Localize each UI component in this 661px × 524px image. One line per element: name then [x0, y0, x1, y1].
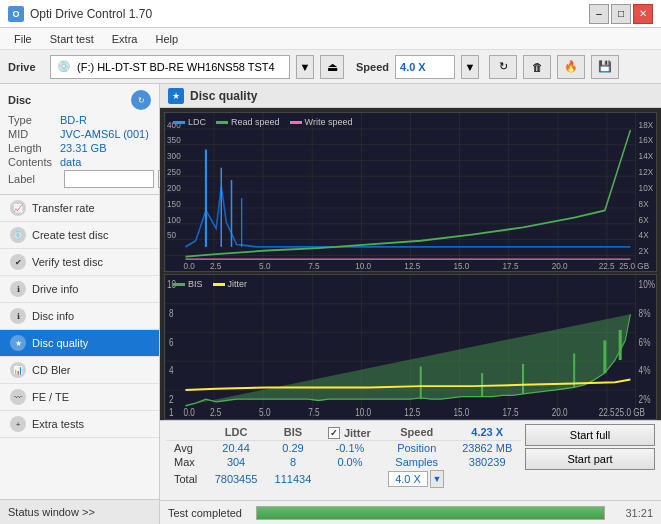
max-bis: 8 — [266, 455, 320, 469]
drive-value: (F:) HL-DT-ST BD-RE WH16NS58 TST4 — [77, 61, 275, 73]
save-button[interactable]: 💾 — [591, 55, 619, 79]
chart2-legend: BIS Jitter — [173, 279, 247, 289]
svg-text:2.5: 2.5 — [210, 406, 221, 418]
maximize-button[interactable]: □ — [611, 4, 631, 24]
svg-text:25.0 GB: 25.0 GB — [619, 260, 649, 271]
nav-disc-info-label: Disc info — [32, 310, 74, 322]
progress-bar-fill — [257, 507, 604, 519]
legend-write-speed: Write speed — [290, 117, 353, 127]
nav-disc-quality[interactable]: ★ Disc quality — [0, 330, 159, 357]
eject-button[interactable]: ⏏ — [320, 55, 344, 79]
type-label: Type — [8, 114, 60, 126]
disc-refresh-button[interactable]: ↻ — [131, 90, 151, 110]
svg-text:7.5: 7.5 — [308, 406, 319, 418]
svg-text:4X: 4X — [639, 230, 649, 241]
status-window-label: Status window >> — [8, 506, 95, 518]
progress-bar-container — [256, 506, 605, 520]
menu-file[interactable]: File — [6, 31, 40, 47]
total-bis: 111434 — [266, 469, 320, 489]
speed-dropdown-arrow[interactable]: ▼ — [461, 55, 479, 79]
burn-button[interactable]: 🔥 — [557, 55, 585, 79]
svg-text:16X: 16X — [639, 135, 654, 146]
svg-text:25.0 GB: 25.0 GB — [615, 406, 645, 418]
status-window-area: Status window >> — [0, 499, 159, 524]
nav-fe-te[interactable]: 〰 FE / TE — [0, 384, 159, 411]
menu-start-test[interactable]: Start test — [42, 31, 102, 47]
type-value: BD-R — [60, 114, 87, 126]
svg-text:350: 350 — [167, 135, 181, 146]
disc-panel: Disc ↻ Type BD-R MID JVC-AMS6L (001) Len… — [0, 84, 159, 195]
nav-transfer-rate[interactable]: 📈 Transfer rate — [0, 195, 159, 222]
nav-cd-bler-label: CD Bler — [32, 364, 71, 376]
titlebar-left: O Opti Drive Control 1.70 — [8, 6, 152, 22]
samples-label: Samples — [380, 455, 453, 469]
nav-verify-test-disc-label: Verify test disc — [32, 256, 103, 268]
speed-setting-dropdown[interactable]: ▼ — [430, 470, 444, 488]
drive-dropdown-arrow[interactable]: ▼ — [296, 55, 314, 79]
erase-button[interactable]: 🗑 — [523, 55, 551, 79]
nav-disc-quality-label: Disc quality — [32, 337, 88, 349]
svg-text:12.5: 12.5 — [404, 406, 420, 418]
menu-extra[interactable]: Extra — [104, 31, 146, 47]
nav-create-test-disc[interactable]: 💿 Create test disc — [0, 222, 159, 249]
sidebar: Disc ↻ Type BD-R MID JVC-AMS6L (001) Len… — [0, 84, 160, 524]
svg-text:15.0: 15.0 — [453, 406, 469, 418]
disc-label-input[interactable] — [64, 170, 154, 188]
svg-text:14X: 14X — [639, 151, 654, 162]
svg-text:0.0: 0.0 — [183, 406, 194, 418]
svg-text:17.5: 17.5 — [503, 406, 519, 418]
svg-text:17.5: 17.5 — [503, 260, 519, 271]
col-speed-header: Speed — [380, 424, 453, 441]
main-area: Disc ↻ Type BD-R MID JVC-AMS6L (001) Len… — [0, 84, 661, 524]
svg-text:7.5: 7.5 — [308, 260, 319, 271]
svg-text:100: 100 — [167, 214, 181, 225]
menu-help[interactable]: Help — [147, 31, 186, 47]
cd-bler-icon: 📊 — [10, 362, 26, 378]
window-controls: – □ ✕ — [589, 4, 653, 24]
nav-verify-test-disc[interactable]: ✔ Verify test disc — [0, 249, 159, 276]
svg-text:8: 8 — [169, 307, 174, 319]
bottom-status-bar: Test completed 31:21 — [160, 500, 661, 524]
svg-text:15.0: 15.0 — [453, 260, 469, 271]
mid-label: MID — [8, 128, 60, 140]
disc-quality-icon: ★ — [10, 335, 26, 351]
svg-text:2.5: 2.5 — [210, 260, 221, 271]
nav-extra-tests[interactable]: + Extra tests — [0, 411, 159, 438]
jitter-checkbox[interactable] — [328, 427, 340, 439]
svg-text:10.0: 10.0 — [355, 406, 371, 418]
speed-setting-select[interactable]: 4.0 X — [388, 471, 428, 487]
minimize-button[interactable]: – — [589, 4, 609, 24]
position-label: Position — [380, 441, 453, 456]
nav-disc-info[interactable]: ℹ Disc info — [0, 303, 159, 330]
svg-text:2X: 2X — [639, 245, 649, 256]
extra-tests-icon: + — [10, 416, 26, 432]
svg-text:6: 6 — [169, 336, 174, 348]
legend-ldc: LDC — [173, 117, 206, 127]
svg-text:1: 1 — [169, 406, 174, 418]
svg-text:250: 250 — [167, 166, 181, 177]
length-label: Length — [8, 142, 60, 154]
svg-text:5.0: 5.0 — [259, 406, 270, 418]
start-part-button[interactable]: Start part — [525, 448, 655, 470]
svg-text:300: 300 — [167, 151, 181, 162]
legend-bis: BIS — [173, 279, 203, 289]
svg-text:10X: 10X — [639, 182, 654, 193]
app-title: Opti Drive Control 1.70 — [30, 7, 152, 21]
close-button[interactable]: ✕ — [633, 4, 653, 24]
position-value: 23862 MB — [453, 441, 521, 456]
speed-selector[interactable]: 4.0 X — [395, 55, 455, 79]
nav-drive-info[interactable]: ℹ Drive info — [0, 276, 159, 303]
svg-text:8X: 8X — [639, 198, 649, 209]
drive-selector[interactable]: 💿 (F:) HL-DT-ST BD-RE WH16NS58 TST4 — [50, 55, 290, 79]
status-window-button[interactable]: Status window >> — [8, 504, 151, 520]
start-full-button[interactable]: Start full — [525, 424, 655, 446]
disc-quality-header-icon: ★ — [168, 88, 184, 104]
speed-label: Speed — [356, 61, 389, 73]
nav-cd-bler[interactable]: 📊 CD Bler — [0, 357, 159, 384]
total-jitter — [320, 469, 380, 489]
svg-text:200: 200 — [167, 182, 181, 193]
col-speedval-header: 4.23 X — [453, 424, 521, 441]
elapsed-time: 31:21 — [613, 507, 653, 519]
refresh-button[interactable]: ↻ — [489, 55, 517, 79]
jitter-checkbox-row: Jitter — [328, 427, 372, 439]
